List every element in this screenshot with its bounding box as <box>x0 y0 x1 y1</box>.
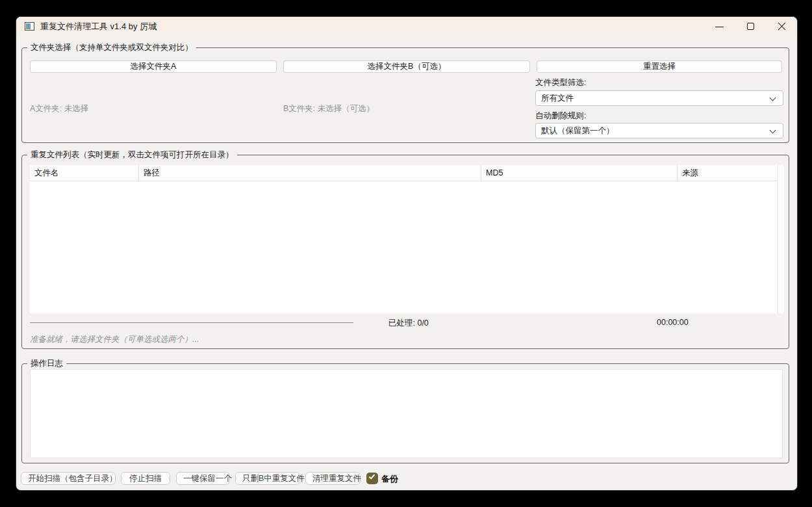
folder-group-label: 文件夹选择（支持单文件夹或双文件夹对比） <box>27 42 196 53</box>
status-text: 准备就绪，请选择文件夹（可单选或选两个）... <box>30 334 199 345</box>
log-textarea[interactable] <box>30 369 783 458</box>
duplicate-file-table[interactable]: 文件名 路径 MD5 来源 <box>30 165 777 313</box>
folder-b-status: B文件夹: 未选择（可选） <box>283 103 374 114</box>
select-folder-a-button[interactable]: 选择文件夹A <box>30 60 277 73</box>
backup-checkbox[interactable] <box>366 473 378 484</box>
delete-b-duplicates-button[interactable]: 只删B中重复文件 <box>235 472 300 485</box>
app-icon <box>25 22 34 31</box>
file-type-filter-select[interactable]: 所有文件 <box>535 90 783 106</box>
duplicate-list-group-label: 重复文件列表（实时更新，双击文件项可打开所在目录） <box>27 150 237 161</box>
start-scan-button[interactable]: 开始扫描（包含子目录） <box>21 472 116 485</box>
column-header-source[interactable]: 来源 <box>678 165 777 181</box>
chevron-down-icon <box>770 127 776 134</box>
chevron-down-icon <box>770 95 776 101</box>
auto-delete-rule-value: 默认（保留第一个） <box>541 126 615 135</box>
maximize-icon <box>747 23 754 30</box>
clean-duplicates-button[interactable]: 清理重复文件 <box>305 472 361 485</box>
column-header-md5[interactable]: MD5 <box>481 165 678 181</box>
reset-selection-button[interactable]: 重置选择 <box>537 60 782 73</box>
app-icon-pane2 <box>26 27 29 29</box>
table-scrollbar[interactable] <box>778 165 784 313</box>
processed-count: 已处理: 0/0 <box>388 318 429 329</box>
column-header-path[interactable]: 路径 <box>139 165 481 181</box>
log-group-label: 操作日志 <box>27 358 66 369</box>
file-type-filter-label: 文件类型筛选: <box>535 77 586 88</box>
titlebar: 重复文件清理工具 v1.4 by 厉城 <box>16 17 797 36</box>
elapsed-time: 00:00:00 <box>657 318 689 327</box>
select-folder-b-button[interactable]: 选择文件夹B（可选） <box>283 60 530 73</box>
stop-scan-button[interactable]: 停止扫描 <box>121 472 170 485</box>
close-button[interactable] <box>767 17 796 36</box>
auto-delete-rule-label: 自动删除规则: <box>535 110 586 122</box>
auto-delete-rule-select[interactable]: 默认（保留第一个） <box>535 123 783 138</box>
close-icon <box>778 23 785 31</box>
minimize-icon <box>715 27 724 27</box>
checkmark-icon <box>369 473 375 479</box>
progress-bar <box>30 322 353 323</box>
backup-checkbox-label: 备份 <box>381 473 398 485</box>
app-window: 重复文件清理工具 v1.4 by 厉城 文件夹选择（支持单文件夹或双文件夹对比）… <box>16 16 798 491</box>
column-header-filename[interactable]: 文件名 <box>30 165 139 181</box>
maximize-button[interactable] <box>736 17 766 36</box>
table-header: 文件名 路径 MD5 来源 <box>30 165 777 181</box>
table-body[interactable] <box>30 181 777 313</box>
folder-a-status: A文件夹: 未选择 <box>30 103 88 114</box>
file-type-filter-value: 所有文件 <box>541 94 574 103</box>
minimize-button[interactable] <box>705 17 735 36</box>
window-title: 重复文件清理工具 v1.4 by 厉城 <box>40 17 157 36</box>
keep-one-button[interactable]: 一键保留一个 <box>176 472 230 485</box>
